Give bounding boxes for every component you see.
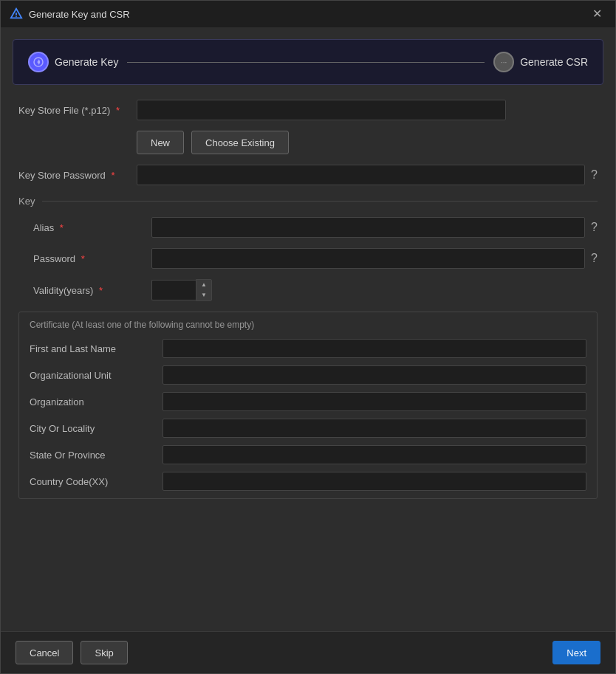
- steps-bar: Generate Key ··· Generate CSR: [13, 39, 603, 85]
- step-generate-key-label: Generate Key: [55, 56, 118, 68]
- cert-org-unit-input[interactable]: [162, 365, 586, 385]
- cert-state-province-input[interactable]: [162, 445, 586, 464]
- svg-point-2: [16, 16, 17, 18]
- cert-first-last-name-row: First and Last Name: [30, 339, 586, 358]
- step-generate-csr-label: Generate CSR: [520, 56, 588, 68]
- alias-field-wrap: ?: [151, 217, 598, 238]
- required-star-alias: *: [60, 222, 64, 233]
- validity-increment-button[interactable]: ▲: [196, 280, 211, 290]
- password-help-icon[interactable]: ?: [591, 252, 598, 265]
- key-store-password-help-icon[interactable]: ?: [591, 168, 598, 182]
- validity-spinner: 25 ▲ ▼: [151, 279, 212, 301]
- window-title: Generate Key and CSR: [29, 9, 130, 20]
- cert-city-locality-row: City Or Locality: [30, 419, 586, 438]
- dialog-footer: Cancel Skip Next: [1, 631, 615, 673]
- dialog-generate-key-csr: Generate Key and CSR ✕ Generate Key ··· …: [0, 0, 616, 674]
- validity-row: Validity(years) * 25 ▲ ▼: [33, 279, 598, 301]
- next-button[interactable]: Next: [552, 641, 600, 664]
- svg-point-4: [38, 61, 40, 63]
- main-content: Key Store File (*.p12) * New Choose Exis…: [1, 85, 615, 631]
- certificate-group: Certificate (At least one of the followi…: [18, 312, 598, 499]
- cert-state-province-row: State Or Province: [30, 445, 586, 464]
- step-generate-key: Generate Key: [28, 52, 118, 72]
- required-star-validity: *: [99, 285, 103, 296]
- generate-csr-icon: ···: [501, 58, 507, 66]
- cert-first-last-name-input[interactable]: [162, 339, 586, 358]
- validity-input[interactable]: 25: [151, 280, 196, 300]
- cert-state-province-label: State Or Province: [30, 450, 162, 461]
- steps-connector: [127, 62, 485, 63]
- cert-country-code-row: Country Code(XX): [30, 472, 586, 491]
- cert-organization-label: Organization: [30, 396, 162, 408]
- password-row: Password * ?: [33, 248, 598, 269]
- required-star-key-store-file: *: [116, 105, 120, 116]
- cert-org-unit-label: Organizational Unit: [30, 370, 162, 381]
- alias-row: Alias * ?: [33, 217, 598, 238]
- required-star-password: *: [111, 170, 114, 181]
- step-generate-key-circle: [28, 52, 49, 72]
- key-store-password-row: Key Store Password * ?: [18, 165, 598, 185]
- key-store-file-input[interactable]: [137, 100, 506, 120]
- alias-label: Alias *: [33, 222, 151, 233]
- title-bar: Generate Key and CSR ✕: [1, 1, 615, 27]
- validity-decrement-button[interactable]: ▼: [196, 290, 211, 300]
- validity-label: Validity(years) *: [33, 285, 151, 296]
- cert-organization-row: Organization: [30, 392, 586, 411]
- key-store-password-input[interactable]: [137, 165, 585, 185]
- footer-left-buttons: Cancel Skip: [16, 641, 128, 664]
- key-section-title: Key: [18, 196, 35, 207]
- generate-key-icon: [32, 56, 44, 68]
- cert-country-code-input[interactable]: [162, 472, 586, 491]
- cert-org-unit-row: Organizational Unit: [30, 365, 586, 385]
- cert-first-last-name-label: First and Last Name: [30, 343, 162, 354]
- password-label: Password *: [33, 253, 151, 264]
- password-input[interactable]: [151, 248, 585, 269]
- step-generate-csr: ··· Generate CSR: [493, 52, 588, 72]
- skip-button[interactable]: Skip: [81, 641, 127, 664]
- password-field-wrap: ?: [151, 248, 598, 269]
- cancel-button[interactable]: Cancel: [16, 641, 73, 664]
- cert-city-locality-label: City Or Locality: [30, 423, 162, 434]
- key-store-file-row: Key Store File (*.p12) *: [18, 100, 598, 120]
- cert-city-locality-input[interactable]: [162, 419, 586, 438]
- title-bar-left: Generate Key and CSR: [10, 7, 130, 21]
- cert-country-code-label: Country Code(XX): [30, 476, 162, 487]
- new-button[interactable]: New: [137, 131, 184, 154]
- close-button[interactable]: ✕: [588, 7, 606, 21]
- alias-help-icon[interactable]: ?: [591, 221, 598, 234]
- step-generate-csr-circle: ···: [493, 52, 514, 72]
- key-section-header: Key: [18, 196, 598, 207]
- cert-organization-input[interactable]: [162, 392, 586, 411]
- app-logo-icon: [10, 7, 23, 21]
- validity-spinner-buttons: ▲ ▼: [196, 279, 212, 301]
- required-star-key-password: *: [81, 253, 85, 264]
- key-section-line: [42, 201, 598, 202]
- key-store-password-field-wrap: ?: [137, 165, 598, 185]
- key-store-file-actions: New Choose Existing: [137, 131, 598, 154]
- alias-input[interactable]: [151, 217, 585, 238]
- choose-existing-button[interactable]: Choose Existing: [191, 131, 289, 154]
- key-store-password-label: Key Store Password *: [18, 170, 137, 181]
- certificate-legend: Certificate (At least one of the followi…: [30, 320, 586, 330]
- key-store-file-label: Key Store File (*.p12) *: [18, 105, 137, 116]
